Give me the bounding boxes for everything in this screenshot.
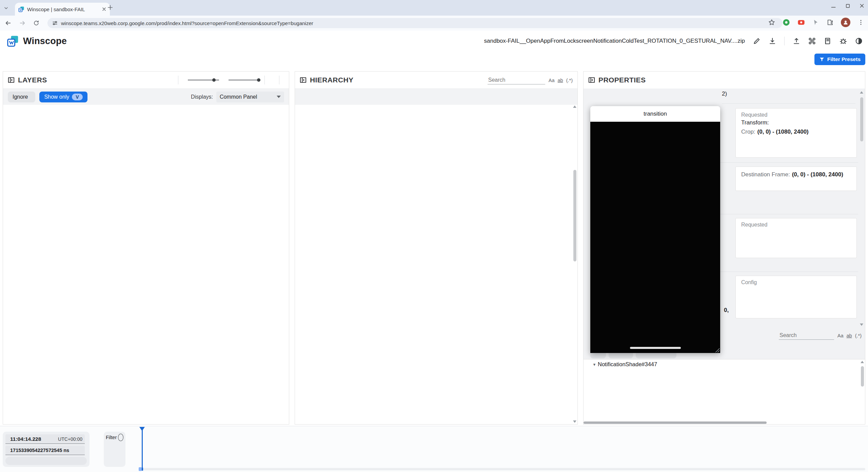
window-maximize-button[interactable] <box>845 3 850 8</box>
resize-handle-icon[interactable] <box>715 348 719 352</box>
properties-panel: PROPERTIES 2) Requested Transform: Crop:… <box>583 71 865 425</box>
chevron-down-icon <box>277 96 281 98</box>
match-word-toggle[interactable]: ab <box>558 78 563 83</box>
app-title: Winscope <box>23 36 67 46</box>
spacing-slider[interactable] <box>229 80 260 80</box>
match-word-toggle[interactable]: ab <box>847 333 852 338</box>
shortcuts-icon[interactable] <box>808 37 816 45</box>
config-card: Config <box>735 276 857 318</box>
regex-toggle[interactable]: (.*) <box>566 78 573 83</box>
filter-presets-button[interactable]: Filter Presets <box>814 54 865 65</box>
requested-transform-card: Requested Transform: Crop:(0, 0) - (1080… <box>735 108 857 158</box>
timeline-canvas[interactable] <box>142 426 865 472</box>
layers-panel: LAYERS Ignore Show only V Displays: <box>3 71 289 425</box>
browser-tab[interactable]: Winscope | sandbox-FAIL <box>15 3 110 16</box>
timezone-label: UTC+00:00 <box>58 436 82 442</box>
layer-rect-stack <box>88 142 196 342</box>
properties-search-input[interactable] <box>779 332 835 339</box>
clipped-text-fragment: 0, <box>724 307 729 314</box>
dark-mode-icon[interactable] <box>855 37 863 45</box>
extension-red-icon[interactable] <box>797 19 805 26</box>
trace-filter-card: Filter <box>104 432 125 467</box>
timestamp-ns-value: 1715339054227572545 ns <box>10 448 69 453</box>
url-text: winscope.teams.x20web.corp.google.com/pr… <box>61 20 313 26</box>
destination-frame-value: (0, 0) - (1080, 2400) <box>792 171 843 178</box>
app-header: Winscope sandbox-FAIL__OpenAppFromLocksc… <box>0 31 868 52</box>
expand-arrow-icon[interactable]: ▼ <box>591 362 598 367</box>
tab-close-icon[interactable] <box>102 7 106 12</box>
filter-label: Filter <box>106 435 117 440</box>
panel-collapse-icon[interactable] <box>300 77 307 83</box>
ignore-chip[interactable]: Ignore <box>8 92 35 102</box>
properties-scrollbar[interactable] <box>860 91 864 326</box>
extension-cursor-icon[interactable] <box>812 19 819 26</box>
hierarchy-tree <box>295 104 577 424</box>
timeline-cursor-line[interactable] <box>142 428 143 468</box>
upload-icon[interactable] <box>793 37 800 45</box>
curr-tree-hscrollbar[interactable] <box>584 421 767 424</box>
screen-recording-frame <box>590 122 720 353</box>
requested-color-card: Requested <box>735 218 857 258</box>
tab-search-chevron-icon[interactable] <box>3 5 9 11</box>
bookmark-star-icon[interactable] <box>768 19 775 26</box>
edit-icon[interactable] <box>753 37 761 45</box>
displays-value: Common Panel <box>220 94 257 100</box>
funnel-icon <box>819 57 825 62</box>
collapse-filter-button[interactable] <box>118 434 123 441</box>
download-icon[interactable] <box>769 37 776 45</box>
extensions-puzzle-icon[interactable] <box>827 19 833 26</box>
window-minimize-button[interactable] <box>830 3 836 9</box>
url-bar[interactable]: winscope.teams.x20web.corp.google.com/pr… <box>47 18 783 28</box>
transition-window-titlebar[interactable]: transition <box>590 106 720 122</box>
browser-tabstrip: Winscope | sandbox-FAIL <box>0 0 868 16</box>
hierarchy-search-input[interactable] <box>488 77 547 83</box>
new-tab-button[interactable] <box>107 4 113 11</box>
transition-window-title: transition <box>590 111 720 117</box>
reload-button[interactable] <box>33 20 39 26</box>
clipped-text-fragment: 2) <box>722 91 727 97</box>
window-close-button[interactable] <box>859 3 865 8</box>
hierarchy-scrollbar[interactable] <box>573 105 577 423</box>
crop-value: (0, 0) - (1080, 2400) <box>757 129 809 135</box>
documentation-icon[interactable] <box>824 37 831 45</box>
displays-select[interactable]: Common Panel <box>216 92 284 102</box>
show-only-badge: V <box>72 94 82 100</box>
hierarchy-panel-title: HIERARCHY <box>310 76 353 84</box>
rotation-slider[interactable] <box>188 80 219 80</box>
timeline-cursor-handle[interactable] <box>139 427 145 431</box>
browser-menu-icon[interactable] <box>858 19 864 25</box>
card-label: Config <box>741 279 851 286</box>
panel-collapse-icon[interactable] <box>8 77 15 83</box>
timeline-panel: 11:04:14.228 UTC+00:00 17153390542275725… <box>0 426 868 472</box>
timeline-scrollbar[interactable] <box>142 468 865 470</box>
layers-3d-canvas[interactable] <box>3 105 289 424</box>
match-case-toggle[interactable]: Aa <box>837 333 844 338</box>
regex-toggle[interactable]: (.*) <box>855 333 862 338</box>
hierarchy-panel: HIERARCHY Aa ab (.*) <box>295 71 578 425</box>
properties-panel-title: PROPERTIES <box>598 76 646 84</box>
destination-frame-key: Destination Frame: <box>741 171 790 178</box>
transform-label: Transform: <box>741 119 851 126</box>
show-only-chip[interactable]: Show only V <box>39 92 87 102</box>
filter-presets-label: Filter Presets <box>827 56 861 62</box>
destination-frame-card: Destination Frame:(0, 0) - (1080, 2400) <box>735 166 857 191</box>
curr-tree-scrollbar[interactable] <box>860 361 864 419</box>
winscope-logo <box>7 35 19 47</box>
crop-key: Crop: <box>741 129 755 135</box>
nav-tabs <box>0 52 868 67</box>
ns-time-field[interactable]: 1715339054227572545 ns <box>5 446 85 455</box>
human-time-field[interactable]: 11:04:14.228 UTC+00:00 <box>5 434 85 444</box>
profile-avatar[interactable] <box>841 18 850 27</box>
extension-green-icon[interactable] <box>783 19 790 26</box>
forward-button[interactable] <box>19 20 26 26</box>
winscope-favicon <box>18 6 24 12</box>
match-case-toggle[interactable]: Aa <box>549 78 555 83</box>
card-label: Requested <box>741 222 851 228</box>
transition-preview-window[interactable]: transition <box>590 106 720 353</box>
report-bug-icon[interactable] <box>840 37 847 45</box>
back-button[interactable] <box>5 20 12 26</box>
site-settings-icon[interactable] <box>52 20 58 26</box>
timestamp-card: 11:04:14.228 UTC+00:00 17153390542275725… <box>3 432 90 467</box>
panel-collapse-icon[interactable] <box>588 77 595 83</box>
layers-panel-title: LAYERS <box>18 76 47 84</box>
